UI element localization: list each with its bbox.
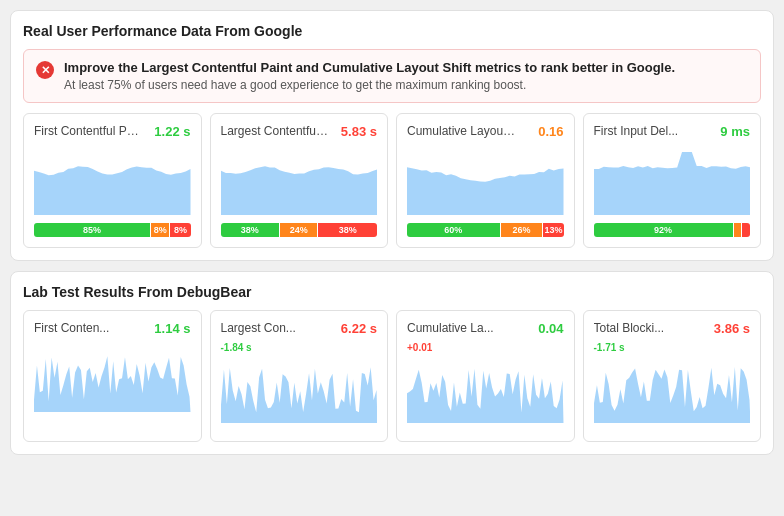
real-user-metrics-grid: First Contentful Pai...1.22 s85%8%8%Larg… xyxy=(23,113,761,248)
metric-chart xyxy=(221,145,378,215)
lab-metric-value: 1.14 s xyxy=(154,321,190,336)
lab-test-section: Lab Test Results From DebugBear First Co… xyxy=(10,271,774,455)
lab-metric-value: 0.04 xyxy=(538,321,563,336)
metric-progress-bar: 92% xyxy=(594,223,751,237)
lab-metric-card: Largest Con...6.22 s-1.84 s xyxy=(210,310,389,442)
lab-metric-card: First Conten...1.14 s xyxy=(23,310,202,442)
bar-segment: 38% xyxy=(318,223,377,237)
bar-segment: 8% xyxy=(151,223,170,237)
alert-text: Improve the Largest Contentful Paint and… xyxy=(64,60,675,92)
lab-metric-card: Cumulative La...0.04+0.01 xyxy=(396,310,575,442)
bar-segment: 92% xyxy=(594,223,733,237)
metric-name: Largest Contentful ... xyxy=(221,124,331,138)
metric-name: First Contentful Pai... xyxy=(34,124,144,138)
real-user-title: Real User Performance Data From Google xyxy=(23,23,761,39)
real-metric-card: First Contentful Pai...1.22 s85%8%8% xyxy=(23,113,202,248)
lab-metric-delta: +0.01 xyxy=(407,342,564,353)
lab-metric-chart xyxy=(221,353,378,423)
lab-metric-chart xyxy=(594,353,751,423)
metric-value: 0.16 xyxy=(538,124,563,139)
bar-segment: 26% xyxy=(501,223,543,237)
metric-chart xyxy=(34,145,191,215)
metric-value: 1.22 s xyxy=(154,124,190,139)
lab-metric-value: 3.86 s xyxy=(714,321,750,336)
lab-metric-name: Largest Con... xyxy=(221,321,296,335)
bar-segment: 8% xyxy=(170,223,190,237)
lab-metric-name: Cumulative La... xyxy=(407,321,494,335)
lab-test-title: Lab Test Results From DebugBear xyxy=(23,284,761,300)
lab-metrics-grid: First Conten...1.14 sLargest Con...6.22 … xyxy=(23,310,761,442)
bar-segment: 60% xyxy=(407,223,500,237)
lab-metric-chart xyxy=(407,353,564,423)
metric-name: Cumulative Layout S... xyxy=(407,124,517,138)
alert-sub: At least 75% of users need have a good e… xyxy=(64,78,526,92)
alert-box: ✕ Improve the Largest Contentful Paint a… xyxy=(23,49,761,103)
bar-segment: 38% xyxy=(221,223,280,237)
lab-metric-delta: -1.71 s xyxy=(594,342,751,353)
lab-metric-name: Total Blocki... xyxy=(594,321,665,335)
lab-metric-chart xyxy=(34,342,191,412)
metric-name: First Input Del... xyxy=(594,124,679,138)
metric-chart xyxy=(594,145,751,215)
metric-progress-bar: 60%26%13% xyxy=(407,223,564,237)
real-metric-card: Cumulative Layout S...0.1660%26%13% xyxy=(396,113,575,248)
lab-metric-name: First Conten... xyxy=(34,321,109,335)
real-metric-card: First Input Del...9 ms92% xyxy=(583,113,762,248)
bar-segment xyxy=(742,223,750,237)
metric-value: 9 ms xyxy=(720,124,750,139)
bar-segment: 85% xyxy=(34,223,150,237)
lab-metric-card: Total Blocki...3.86 s-1.71 s xyxy=(583,310,762,442)
metric-value: 5.83 s xyxy=(341,124,377,139)
bar-segment: 24% xyxy=(280,223,317,237)
real-user-section: Real User Performance Data From Google ✕… xyxy=(10,10,774,261)
real-metric-card: Largest Contentful ...5.83 s38%24%38% xyxy=(210,113,389,248)
bar-segment xyxy=(734,223,742,237)
alert-icon: ✕ xyxy=(36,61,54,79)
metric-progress-bar: 85%8%8% xyxy=(34,223,191,237)
alert-message: Improve the Largest Contentful Paint and… xyxy=(64,60,675,75)
metric-chart xyxy=(407,145,564,215)
lab-metric-value: 6.22 s xyxy=(341,321,377,336)
metric-progress-bar: 38%24%38% xyxy=(221,223,378,237)
bar-segment: 13% xyxy=(543,223,563,237)
lab-metric-delta: -1.84 s xyxy=(221,342,378,353)
